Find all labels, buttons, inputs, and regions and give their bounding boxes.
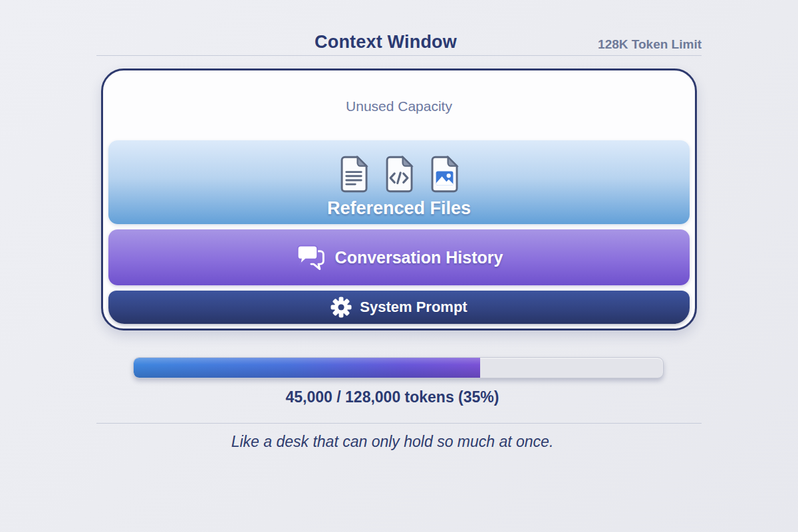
document-icon	[338, 156, 369, 193]
analogy-quote: Like a desk that can only hold so much a…	[0, 433, 785, 451]
token-usage-bar	[133, 357, 664, 378]
usage-bar-fill	[134, 358, 480, 378]
chat-bubbles-icon	[295, 243, 326, 271]
header-divider	[96, 55, 702, 56]
footer-divider	[96, 423, 702, 424]
system-prompt-label: System Prompt	[360, 299, 467, 316]
gear-icon	[331, 297, 352, 318]
section-system-prompt: System Prompt	[108, 291, 690, 324]
context-window-infographic: Context Window 128K Token Limit Unused C…	[0, 0, 798, 532]
referenced-files-label: Referenced Files	[327, 198, 471, 219]
image-file-icon	[429, 156, 460, 193]
code-file-icon	[384, 156, 414, 193]
section-referenced-files: Referenced Files	[108, 140, 690, 224]
section-conversation-history: Conversation History	[108, 229, 690, 285]
file-icons-row	[338, 156, 460, 193]
token-limit-label: 128K Token Limit	[598, 37, 702, 52]
token-usage-text: 45,000 / 128,000 tokens (35%)	[0, 388, 785, 406]
unused-capacity-label: Unused Capacity	[103, 98, 695, 114]
conversation-history-label: Conversation History	[335, 248, 503, 267]
context-window-box: Unused Capacity	[101, 68, 697, 331]
